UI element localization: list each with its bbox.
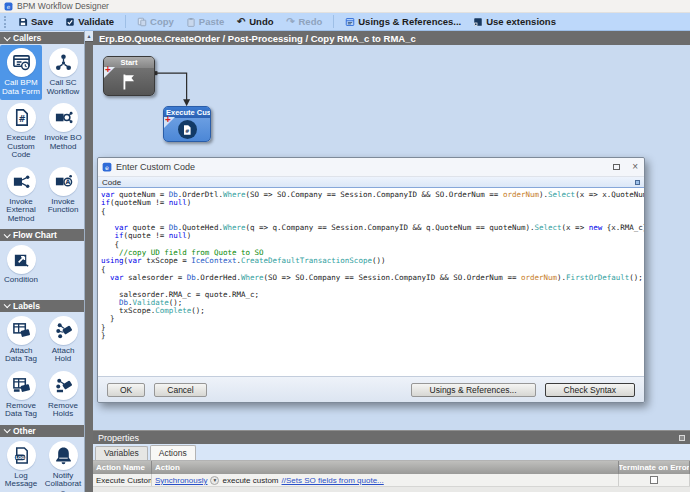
dialog-buttons: OK Cancel Usings & References... Check S… bbox=[98, 376, 644, 402]
undo-label: Undo bbox=[249, 16, 273, 27]
flag-icon bbox=[119, 72, 139, 92]
dialog-title: Enter Custom Code bbox=[116, 162, 601, 172]
scroll-up-arrow-icon[interactable]: ▲ bbox=[85, 31, 93, 41]
section-title: Flow Chart bbox=[13, 230, 57, 240]
maximize-icon[interactable] bbox=[613, 164, 620, 170]
action-cell: Synchronously ▾ execute custom //Sets SO… bbox=[152, 474, 619, 486]
table-row[interactable]: Execute Custom Code 0 Synchronously ▾ ex… bbox=[93, 474, 690, 487]
custom-code-link[interactable]: //Sets SO fields from quote... bbox=[282, 476, 384, 485]
tool-label: Remove Data Tag bbox=[1, 402, 41, 419]
check-syntax-button[interactable]: Check Syntax bbox=[545, 383, 635, 397]
start-node[interactable]: Start + bbox=[103, 56, 155, 96]
save-button[interactable]: Save bbox=[13, 15, 58, 28]
pin-icon[interactable] bbox=[635, 180, 640, 185]
tool-label: Attach Data Tag bbox=[1, 347, 41, 364]
svg-text:LOG: LOG bbox=[15, 454, 25, 459]
doc-hash-icon: # bbox=[181, 124, 193, 136]
attach-hold-icon bbox=[54, 321, 73, 340]
paste-button[interactable]: Paste bbox=[181, 15, 229, 28]
tool-attach-hold[interactable]: Attach Hold bbox=[42, 313, 84, 368]
workflow-canvas[interactable]: Start + Execute Custom Code 0 # + e Ente… bbox=[93, 45, 690, 430]
properties-panel: Properties Variables Actions Action Name… bbox=[93, 430, 690, 492]
cancel-button[interactable]: Cancel bbox=[154, 383, 206, 397]
column-action-name: Action Name bbox=[93, 461, 152, 474]
tool-call-bpm-data-form[interactable]: Call BPM Data Form bbox=[0, 45, 42, 100]
terminate-checkbox[interactable] bbox=[650, 476, 658, 484]
tool-notify-collaborate[interactable]: Notify Collaborate bbox=[42, 438, 84, 492]
tool-invoke-bo-method[interactable]: Invoke BO Method bbox=[42, 100, 84, 164]
use-extensions-button[interactable]: Use extensions bbox=[468, 15, 561, 28]
tool-call-sc-workflow[interactable]: Call SC Workflow bbox=[42, 45, 84, 100]
properties-header: Properties bbox=[93, 431, 690, 444]
column-action: Action bbox=[152, 461, 619, 474]
column-terminate-on-error: Terminate on Error bbox=[619, 461, 690, 474]
tool-execute-custom-code[interactable]: #Execute Custom Code bbox=[0, 100, 42, 164]
section-header-flow-chart[interactable]: Flow Chart bbox=[0, 229, 84, 241]
mode-dropdown-icon[interactable]: ▾ bbox=[210, 476, 219, 485]
dialog-titlebar[interactable]: e Enter Custom Code × bbox=[98, 158, 644, 177]
tool-label: Attach Hold bbox=[43, 347, 83, 364]
execute-custom-code-icon: # bbox=[12, 108, 31, 127]
tool-condition[interactable]: Condition bbox=[0, 242, 42, 289]
properties-tabs: Variables Actions bbox=[93, 444, 690, 461]
copy-button[interactable]: Copy bbox=[132, 15, 179, 28]
sc-workflow-icon bbox=[54, 53, 73, 72]
dialog-icon: e bbox=[102, 162, 112, 172]
tab-actions[interactable]: Actions bbox=[150, 445, 196, 460]
paste-label: Paste bbox=[199, 16, 224, 27]
invoke-function-icon: A bbox=[54, 172, 73, 191]
tool-remove-holds[interactable]: Remove Holds bbox=[42, 368, 84, 423]
pin-icon[interactable] bbox=[679, 435, 685, 441]
svg-text:#: # bbox=[18, 114, 25, 124]
tool-remove-data-tag[interactable]: Remove Data Tag bbox=[0, 368, 42, 423]
section-header-callers[interactable]: Callers bbox=[0, 32, 84, 44]
section-header-labels[interactable]: Labels bbox=[0, 300, 84, 312]
tool-label: Execute Custom Code bbox=[1, 134, 41, 160]
titlebar: e BPM Workflow Designer bbox=[0, 0, 690, 13]
validate-button[interactable]: Validate bbox=[60, 15, 119, 28]
chevron-down-icon bbox=[4, 34, 11, 41]
close-icon[interactable]: × bbox=[632, 162, 638, 172]
code-section-label: Code bbox=[102, 178, 121, 187]
copy-icon bbox=[137, 17, 147, 27]
condition-icon bbox=[12, 250, 31, 269]
undo-icon: ↶ bbox=[236, 17, 246, 27]
invoke-external-method-icon bbox=[12, 172, 31, 191]
action-name-cell: Execute Custom Code 0 bbox=[93, 474, 152, 486]
usings-label: Usings & References... bbox=[358, 16, 461, 27]
usings-references-toolbar-button[interactable]: Usings & References... bbox=[340, 15, 466, 28]
execute-custom-code-node[interactable]: Execute Custom Code 0 # + bbox=[163, 106, 211, 142]
remove-holds-icon bbox=[54, 376, 73, 395]
bpm-workflow-designer-window: e BPM Workflow Designer Save Validate Co… bbox=[0, 0, 690, 492]
svg-text:e: e bbox=[105, 164, 109, 171]
section-header-other[interactable]: Other bbox=[0, 425, 84, 437]
tool-invoke-external-method[interactable]: Invoke External Method bbox=[0, 164, 42, 228]
code-editor[interactable]: var quoteNum = Db.OrderDtl.Where(SO => S… bbox=[98, 188, 644, 376]
validate-icon bbox=[65, 17, 75, 27]
ok-button[interactable]: OK bbox=[107, 383, 145, 397]
code-section-header: Code bbox=[98, 177, 644, 188]
svg-text:#: # bbox=[185, 127, 190, 133]
toolbar-grip[interactable] bbox=[4, 16, 8, 28]
tool-attach-data-tag[interactable]: Attach Data Tag bbox=[0, 313, 42, 368]
tool-label: Invoke Function bbox=[43, 198, 83, 215]
tool-invoke-function[interactable]: AInvoke Function bbox=[42, 164, 84, 228]
usings-references-button[interactable]: Usings & References... bbox=[411, 383, 536, 397]
redo-button[interactable]: ↷Redo bbox=[281, 15, 328, 28]
chevron-down-icon bbox=[4, 231, 11, 238]
undo-button[interactable]: ↶Undo bbox=[231, 15, 278, 28]
chevron-down-icon bbox=[4, 426, 11, 433]
palette-scrollbar[interactable]: ▲ bbox=[84, 31, 93, 492]
svg-text:A: A bbox=[65, 178, 70, 185]
toolbar-separator bbox=[125, 15, 126, 28]
properties-title: Properties bbox=[98, 433, 139, 443]
sync-mode-link[interactable]: Synchronously bbox=[155, 476, 207, 485]
required-marker-icon: + bbox=[165, 115, 171, 125]
tool-label: Call SC Workflow bbox=[43, 79, 83, 96]
svg-text:e: e bbox=[7, 3, 11, 9]
tool-log-message[interactable]: LOGLog Message bbox=[0, 438, 42, 492]
tab-variables[interactable]: Variables bbox=[95, 446, 148, 460]
tool-palette: Callers Call BPM Data Form Call SC Workf… bbox=[0, 31, 84, 492]
scrollbar-thumb[interactable] bbox=[85, 41, 93, 492]
redo-icon: ↷ bbox=[286, 17, 296, 27]
